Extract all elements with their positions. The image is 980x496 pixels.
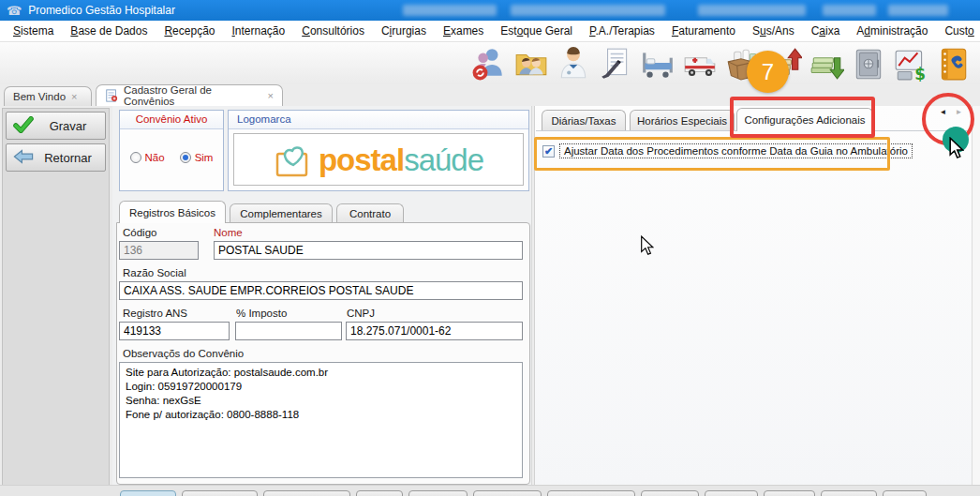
close-icon[interactable]: × [268,90,274,101]
mouse-cursor [640,235,654,260]
tab-bem-vindo[interactable]: Bem Vindo × [4,86,92,106]
save-button-label: Gravar [40,119,105,133]
redacted-text-block [698,5,806,16]
return-button-label: Retornar [40,151,105,165]
toolbar: $ [0,42,980,84]
menu-item-11[interactable]: Caixa [803,22,849,40]
annotation-red-rectangle [730,97,875,138]
brand-text: postalsaúde [319,144,483,175]
nome-label: Nome [214,227,243,238]
radio-selected-icon [180,152,191,163]
svg-text:$: $ [914,64,926,81]
check-icon [7,116,40,136]
safe-icon[interactable] [851,46,886,82]
radio-sim-label: Sim [195,152,214,163]
right-edge-strip [972,106,980,496]
bottom-button-row [120,490,927,496]
bottom-button-6[interactable] [547,490,635,496]
users-sync-icon[interactable] [471,46,507,82]
menu-bar: SistemaBase de DadosRecepçãoInternaçãoCo… [0,21,980,42]
redacted-text-block [823,5,876,16]
tab-horarios-especiais[interactable]: Horários Especiais [630,110,735,130]
tab-complementares[interactable]: Complementares [230,203,333,223]
menu-item-2[interactable]: Recepção [156,22,223,40]
bottom-button-10[interactable] [821,490,877,496]
razao-social-field[interactable] [119,281,523,300]
convenio-ativo-title: Convênio Ativo [120,111,223,129]
back-arrow-icon [7,149,40,167]
tab-registros-basicos[interactable]: Registros Básicos [119,201,226,223]
finance-chart-icon[interactable]: $ [893,46,928,82]
bottom-button-4[interactable] [408,490,468,496]
redacted-text-block [403,5,497,16]
annotation-cursor [948,137,964,163]
hospital-bed-icon[interactable] [640,46,676,82]
menu-item-3[interactable]: Internação [223,22,293,40]
save-button[interactable]: Gravar [6,112,106,140]
menu-item-4[interactable]: Consultórios [293,22,373,40]
codigo-label: Código [123,227,156,238]
menu-item-13[interactable]: Custo [936,22,980,40]
cnpj-field[interactable] [346,322,523,340]
bottom-button-5[interactable] [473,490,542,496]
menu-item-0[interactable]: Sistema [5,22,62,40]
bottom-button-2[interactable] [263,490,350,496]
app-window: ☎ Promedico Gestão Hospitalar SistemaBas… [0,0,980,496]
menu-item-8[interactable]: P.A./Terapias [581,22,663,40]
patients-folder-icon[interactable] [513,46,549,82]
redacted-text-block [511,5,665,16]
doctor-icon[interactable] [556,46,591,82]
app-icon: ☎ [7,5,22,17]
menu-item-9[interactable]: Faturamento [663,22,744,40]
observacoes-label: Observaçõs do Convênio [123,348,244,359]
codigo-field [119,241,199,260]
observacoes-textarea[interactable]: Site para Autorização: postalsaude.com.b… [119,362,523,478]
convenio-ativo-options: Não Sim [120,152,223,163]
tab-label: Bem Vindo [13,91,66,102]
redacted-text-block [888,5,948,16]
annotation-orange-rectangle [534,137,890,171]
bottom-button-3[interactable] [356,490,403,496]
bottom-button-0[interactable] [120,490,176,496]
imposto-field[interactable] [235,322,342,340]
title-bar: ☎ Promedico Gestão Hospitalar [0,0,980,21]
menu-item-10[interactable]: Sus/Ans [744,22,803,40]
cnpj-label: CNPJ [347,308,375,319]
bottom-button-11[interactable] [883,490,927,496]
convenio-ativo-groupbox: Convênio Ativo Não Sim [119,110,224,191]
action-sidebar: Gravar Retornar [2,108,110,494]
brand-saude: saúde [404,143,483,177]
menu-item-5[interactable]: Cirurgias [373,22,435,40]
razao-social-label: Razão Social [123,267,186,278]
return-button[interactable]: Retornar [6,143,106,172]
menu-item-7[interactable]: Estoque Geral [492,22,581,40]
tab-diarias-taxas[interactable]: Diárias/Taxas [542,110,626,130]
tab-cadastro-convenios[interactable]: Cadastro Geral de Convênios × [96,84,283,106]
menu-item-6[interactable]: Exames [435,22,492,40]
document-grid-icon [105,89,118,102]
menu-item-1[interactable]: Base de Dados [62,22,156,40]
radio-sim[interactable]: Sim [180,152,214,163]
radio-nao-label: Não [145,152,165,163]
registro-ans-field[interactable] [119,322,230,340]
close-icon[interactable]: × [71,91,77,102]
bottom-button-7[interactable] [641,490,699,496]
contract-icon[interactable] [598,46,633,82]
logo-image: postalsaúde [233,133,524,186]
nome-field[interactable] [214,241,523,260]
phonebook-icon[interactable] [935,46,971,82]
radio-nao[interactable]: Não [130,152,165,163]
bottom-button-8[interactable] [705,490,758,496]
ambulance-icon[interactable] [682,46,718,82]
bottom-button-9[interactable] [764,490,815,496]
envelope-heart-icon [274,140,315,179]
step-badge: 7 [747,51,789,93]
tab-contrato[interactable]: Contrato [336,203,404,223]
payment-down-icon[interactable] [809,46,844,82]
window-title: Promedico Gestão Hospitalar [28,4,175,17]
brand-postal: postal [319,143,404,177]
logomarca-title: Logomarca [229,111,528,129]
imposto-label: % Imposto [236,308,287,319]
bottom-button-1[interactable] [182,490,258,496]
menu-item-12[interactable]: Administração [848,22,936,40]
